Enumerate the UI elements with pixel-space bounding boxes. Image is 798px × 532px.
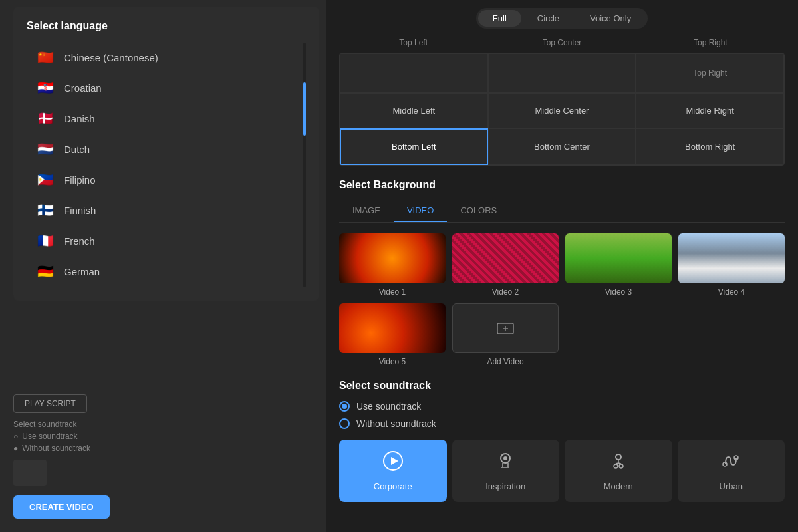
flag-finnish: 🇫🇮 xyxy=(36,203,55,217)
language-item-croatian[interactable]: 🇭🇷Croatian xyxy=(27,73,306,102)
video-thumb-2 xyxy=(452,233,559,283)
use-soundtrack-label: Use soundtrack xyxy=(356,401,421,412)
video-label-3: Video 3 xyxy=(605,287,632,297)
video-grid: Video 1 Video 2 Video 3 Video 4 Video 5 xyxy=(339,233,785,366)
modal-title: Select language xyxy=(27,20,306,32)
soundtrack-section: Select soundtrack Use soundtrack Without… xyxy=(339,380,785,502)
soundtrack-title: Select soundtrack xyxy=(339,380,785,392)
flag-filipino: 🇵🇭 xyxy=(36,173,55,186)
modern-icon xyxy=(608,450,629,476)
language-item-french[interactable]: 🇫🇷French xyxy=(27,226,306,255)
label-top-center: Top Center xyxy=(487,34,636,51)
tab-colors[interactable]: COLORS xyxy=(447,200,510,222)
pos-bottom-center[interactable]: Bottom Center xyxy=(488,128,636,165)
language-item-german[interactable]: 🇩🇪German xyxy=(27,257,306,286)
music-grid: Corporate Inspiration Modern Urban xyxy=(339,440,785,502)
without-soundtrack-radio[interactable]: Without soundtrack xyxy=(339,418,785,429)
pos-middle-right[interactable]: Middle Right xyxy=(636,93,784,128)
create-video-button[interactable]: CREATE VIDEO xyxy=(13,495,110,519)
flag-dutch: 🇳🇱 xyxy=(36,142,55,156)
add-video-icon xyxy=(496,319,515,338)
language-name-finnish: Finnish xyxy=(64,205,96,216)
tab-image[interactable]: IMAGE xyxy=(339,200,394,222)
modern-label: Modern xyxy=(604,481,633,491)
language-item-dutch[interactable]: 🇳🇱Dutch xyxy=(27,134,306,164)
toggle-full[interactable]: Full xyxy=(478,10,521,27)
position-grid: Top Right Middle Left Middle Center Midd… xyxy=(339,53,785,166)
use-radio-circle xyxy=(339,401,350,412)
language-name-croatian: Croatian xyxy=(64,82,102,94)
video-item-4[interactable]: Video 4 xyxy=(678,233,785,297)
pos-top-left[interactable] xyxy=(340,53,488,93)
language-item-chinese-cantonese[interactable]: 🇨🇳Chinese (Cantonese) xyxy=(27,43,306,72)
bg-content: PLAY SCRIPT Select soundtrack ○ Use soun… xyxy=(0,381,326,532)
without-radio-circle xyxy=(339,418,350,429)
language-list: 🇨🇳Chinese (Cantonese)🇭🇷Croatian🇩🇰Danish🇳… xyxy=(27,43,306,287)
radio-group: Use soundtrack Without soundtrack xyxy=(339,401,785,429)
thumbnail-small xyxy=(13,460,47,486)
video-item-5[interactable]: Video 5 xyxy=(339,303,446,366)
language-name-filipino: Filipino xyxy=(64,174,96,186)
pos-top-right[interactable]: Top Right xyxy=(636,53,784,93)
pos-middle-left[interactable]: Middle Left xyxy=(340,93,488,128)
use-soundtrack-radio-bg[interactable]: ○ Use soundtrack xyxy=(13,432,313,441)
add-video-item[interactable]: Add Video xyxy=(452,303,559,366)
pos-middle-center[interactable]: Middle Center xyxy=(488,93,636,128)
music-inspiration[interactable]: Inspiration xyxy=(452,440,560,502)
inspiration-icon xyxy=(495,450,516,476)
language-name-chinese-cantonese: Chinese (Cantonese) xyxy=(64,52,158,63)
use-soundtrack-radio[interactable]: Use soundtrack xyxy=(339,401,785,412)
flag-danish: 🇩🇰 xyxy=(36,112,55,125)
urban-icon xyxy=(720,450,741,476)
music-urban[interactable]: Urban xyxy=(678,440,785,502)
pos-bottom-right[interactable]: Bottom Right xyxy=(636,128,784,165)
pos-top-center[interactable] xyxy=(488,53,636,93)
left-panel: Select language 🇨🇳Chinese (Cantonese)🇭🇷C… xyxy=(0,0,326,532)
language-item-filipino[interactable]: 🇵🇭Filipino xyxy=(27,165,306,194)
urban-label: Urban xyxy=(720,481,743,491)
music-corporate[interactable]: Corporate xyxy=(339,440,447,502)
svg-point-11 xyxy=(723,462,727,466)
svg-point-9 xyxy=(614,464,618,468)
view-toggle-group: Full Circle Voice Only xyxy=(476,8,648,29)
video-label-2: Video 2 xyxy=(492,287,519,297)
video-thumb-1 xyxy=(339,233,446,283)
language-modal: Select language 🇨🇳Chinese (Cantonese)🇭🇷C… xyxy=(13,7,319,301)
video-label-5: Video 5 xyxy=(379,357,406,366)
language-name-german: German xyxy=(64,266,100,277)
video-label-1: Video 1 xyxy=(379,287,406,297)
svg-point-6 xyxy=(503,456,507,460)
background-title: Select Background xyxy=(339,179,785,191)
label-top-left: Top Left xyxy=(339,34,487,51)
language-item-finnish[interactable]: 🇫🇮Finnish xyxy=(27,196,306,225)
video-item-1[interactable]: Video 1 xyxy=(339,233,446,297)
without-soundtrack-radio-bg[interactable]: ● Without soundtrack xyxy=(13,444,313,453)
scrollbar-thumb[interactable] xyxy=(303,82,306,136)
toggle-circle[interactable]: Circle xyxy=(523,10,574,27)
video-item-3[interactable]: Video 3 xyxy=(565,233,672,297)
play-script-button[interactable]: PLAY SCRIPT xyxy=(13,394,87,413)
tab-video[interactable]: VIDEO xyxy=(394,200,447,222)
flag-german: 🇩🇪 xyxy=(36,265,55,278)
language-name-french: French xyxy=(64,235,95,247)
view-toggle-container: Full Circle Voice Only xyxy=(339,0,785,34)
background-section: Select Background IMAGE VIDEO COLORS Vid… xyxy=(339,179,785,366)
flag-french: 🇫🇷 xyxy=(36,234,55,247)
right-panel: Full Circle Voice Only Top Left Top Cent… xyxy=(326,0,798,532)
language-name-dutch: Dutch xyxy=(64,144,90,155)
pos-bottom-left[interactable]: Bottom Left xyxy=(340,128,488,165)
flag-croatian: 🇭🇷 xyxy=(36,81,55,94)
video-item-2[interactable]: Video 2 xyxy=(452,233,559,297)
video-thumb-4 xyxy=(678,233,785,283)
flag-chinese-cantonese: 🇨🇳 xyxy=(36,51,55,64)
language-item-danish[interactable]: 🇩🇰Danish xyxy=(27,104,306,133)
svg-marker-4 xyxy=(391,457,398,465)
without-soundtrack-label: Without soundtrack xyxy=(356,418,436,429)
music-modern[interactable]: Modern xyxy=(565,440,672,502)
scrollbar[interactable] xyxy=(303,43,306,287)
label-top-right: Top Right xyxy=(636,34,785,51)
bg-tabs: IMAGE VIDEO COLORS xyxy=(339,200,785,223)
add-video-label: Add Video xyxy=(487,357,523,366)
language-name-danish: Danish xyxy=(64,113,95,124)
toggle-voice-only[interactable]: Voice Only xyxy=(575,10,646,27)
